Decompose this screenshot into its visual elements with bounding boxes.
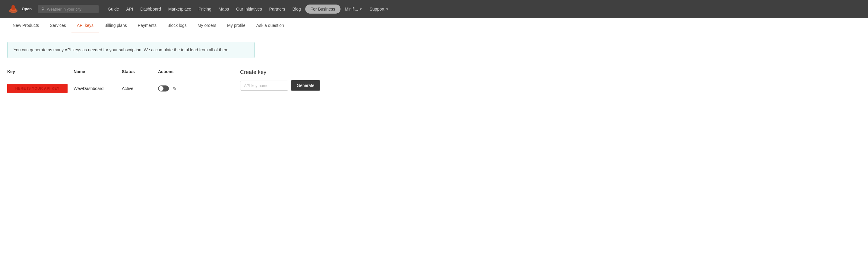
api-key-value[interactable]: HERE IS YOUR API KEY <box>7 84 67 93</box>
tab-services[interactable]: Services <box>44 18 71 33</box>
table-section: Key Name Status Actions HERE IS YOUR API… <box>7 69 324 96</box>
for-business-button[interactable]: For Business <box>305 4 341 13</box>
actions-cell: ✎ <box>158 85 194 91</box>
support-dropdown[interactable]: Support ▼ <box>367 5 392 13</box>
support-label: Support <box>369 7 384 11</box>
tab-ask-a-question[interactable]: Ask a question <box>251 18 289 33</box>
toggle-switch[interactable] <box>158 85 169 91</box>
support-chevron-icon: ▼ <box>386 7 389 11</box>
api-key-name-input[interactable] <box>240 81 288 90</box>
key-name: WewDashboard <box>73 86 122 91</box>
tab-payments[interactable]: Payments <box>132 18 162 33</box>
nav-link-guide[interactable]: Guide <box>105 5 122 13</box>
navbar: Open ⚲ Guide API Dashboard Marketplace P… <box>0 0 868 18</box>
tab-my-orders[interactable]: My orders <box>192 18 222 33</box>
create-key-row: Generate <box>240 80 324 90</box>
logo-text: Open <box>22 7 32 11</box>
search-input[interactable] <box>47 7 95 11</box>
create-key-title: Create key <box>240 69 324 76</box>
col-header-status: Status <box>122 69 158 74</box>
status-badge: Active <box>122 86 158 91</box>
main-content: You can generate as many API keys as nee… <box>0 33 332 105</box>
col-header-key: Key <box>7 69 73 74</box>
tabs-bar: New Products Services API keys Billing p… <box>0 18 868 33</box>
table-row: HERE IS YOUR API KEY WewDashboard Active… <box>7 81 216 96</box>
minifi-dropdown[interactable]: Minifi... ▼ <box>342 5 365 13</box>
nav-link-blog[interactable]: Blog <box>289 5 304 13</box>
edit-icon[interactable]: ✎ <box>173 86 177 91</box>
search-icon: ⚲ <box>41 7 44 11</box>
nav-links: Guide API Dashboard Marketplace Pricing … <box>105 4 861 13</box>
search-container: ⚲ <box>38 5 99 13</box>
generate-button[interactable]: Generate <box>291 80 320 90</box>
minifi-label: Minifi... <box>345 7 358 11</box>
svg-point-3 <box>11 5 15 9</box>
nav-link-pricing[interactable]: Pricing <box>195 5 214 13</box>
col-header-actions: Actions <box>158 69 194 74</box>
minifi-chevron-icon: ▼ <box>360 7 363 11</box>
toggle-knob <box>159 86 163 91</box>
tab-my-profile[interactable]: My profile <box>222 18 251 33</box>
info-box-text: You can generate as many API keys as nee… <box>13 47 248 53</box>
tab-block-logs[interactable]: Block logs <box>162 18 192 33</box>
nav-link-dashboard[interactable]: Dashboard <box>137 5 164 13</box>
create-key-section: Create key Generate <box>240 69 324 90</box>
nav-link-maps[interactable]: Maps <box>216 5 232 13</box>
logo[interactable]: Open <box>7 3 32 15</box>
col-header-name: Name <box>73 69 122 74</box>
openweather-logo-icon <box>7 3 19 15</box>
nav-link-api[interactable]: API <box>123 5 136 13</box>
nav-link-marketplace[interactable]: Marketplace <box>165 5 194 13</box>
table-header: Key Name Status Actions <box>7 69 216 77</box>
nav-link-our-initiatives[interactable]: Our Initiatives <box>233 5 265 13</box>
tab-new-products[interactable]: New Products <box>7 18 44 33</box>
info-box: You can generate as many API keys as nee… <box>7 42 254 58</box>
nav-link-partners[interactable]: Partners <box>266 5 288 13</box>
tab-billing-plans[interactable]: Billing plans <box>99 18 132 33</box>
keys-table: Key Name Status Actions HERE IS YOUR API… <box>7 69 216 96</box>
tab-api-keys[interactable]: API keys <box>71 18 99 33</box>
